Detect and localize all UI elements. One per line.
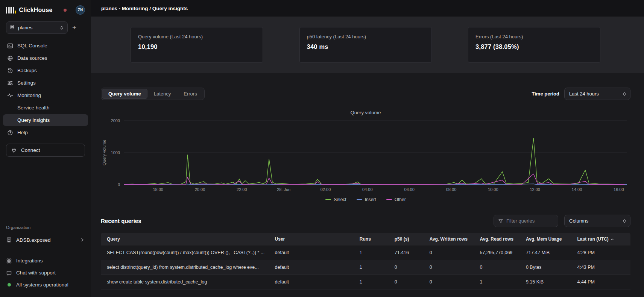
stat-card-p50-latency: p50 latency (Last 24 hours) 340 ms [299, 27, 432, 63]
cell-p50: 0 [390, 275, 425, 289]
page-header: planes - Monitoring / Query insights [91, 0, 644, 17]
x-axis-tick: 06:00 [404, 187, 415, 192]
brand-name: ClickHouse [19, 7, 53, 14]
service-name: planes [18, 25, 56, 30]
brand[interactable]: ClickHouse [6, 7, 61, 14]
clickhouse-logo-icon [6, 7, 16, 14]
stat-label: Query volume (Last 24 hours) [138, 34, 255, 39]
filter-queries-input[interactable] [506, 218, 554, 224]
recent-queries-section: Recent queries Columns [101, 215, 630, 289]
col-header-avg-mem[interactable]: Avg. Mem Usage [521, 233, 573, 245]
sidebar-item-label: Monitoring [17, 92, 41, 98]
plot-area[interactable] [124, 121, 627, 185]
organization-item[interactable]: ADSB.exposed [6, 234, 85, 245]
service-icon [10, 24, 15, 31]
tab-latency[interactable]: Latency [147, 89, 178, 99]
cell-user: default [270, 260, 355, 275]
plug-icon [11, 147, 17, 153]
sidebar-footer: Integrations Chat with support All syste… [0, 253, 91, 297]
sidebar-item-service-health[interactable]: Service health [3, 102, 88, 114]
col-header-user[interactable]: User [270, 233, 355, 245]
sidebar-item-label: Integrations [16, 258, 43, 264]
sidebar-nav: SQL Console Data sources Backups Setting… [0, 40, 91, 138]
sidebar-item-settings[interactable]: Settings [3, 77, 88, 89]
cell-user: default [270, 245, 355, 260]
system-status-item[interactable]: All systems operational [6, 279, 85, 290]
cell-last-run: 4:44 PM [573, 275, 630, 289]
col-header-last-run[interactable]: Last run (UTC) [573, 233, 630, 245]
sort-asc-icon [610, 237, 614, 241]
stat-card-errors: Errors (Last 24 hours) 3,877 (38.05%) [468, 27, 600, 63]
chevron-updown-icon [59, 25, 64, 30]
x-axis-tick: 12:00 [530, 187, 540, 192]
col-header-p50[interactable]: p50 (s) [390, 233, 425, 245]
organization-name: ADSB.exposed [16, 237, 51, 243]
add-service-button[interactable]: + [72, 24, 76, 31]
stat-label: Errors (Last 24 hours) [475, 34, 593, 39]
legend-swatch-icon [357, 199, 362, 200]
x-axis: 18:0020:0022:0028. Jun02:0004:0006:0008:… [124, 185, 627, 194]
filter-queries-box[interactable] [494, 215, 558, 227]
recent-queries-table: Query User Runs p50 (s) Avg. Written row… [101, 233, 630, 289]
main-region: planes - Monitoring / Query insights Que… [91, 0, 644, 297]
cell-query: select distrinct(query_id) from system.d… [101, 260, 270, 275]
cell-p50: 71.416 [390, 245, 425, 260]
col-header-query[interactable]: Query [101, 233, 270, 245]
x-axis-tick: 16:00 [614, 187, 624, 192]
x-axis-tick: 28. Jun [277, 187, 290, 192]
service-selector[interactable]: planes [6, 21, 68, 34]
table-row[interactable]: SELECT CAST(round(pow(count() / max(coun… [101, 245, 630, 260]
time-period-label: Time period [532, 91, 559, 97]
columns-select[interactable]: Columns [564, 215, 630, 227]
legend-item-insert[interactable]: Insert [357, 197, 376, 202]
cell-avg-mem: 0 Bytes [521, 260, 573, 275]
chat-icon [6, 270, 12, 276]
time-period-select[interactable]: Last 24 hours [564, 88, 630, 100]
tab-errors[interactable]: Errors [177, 89, 203, 99]
y-axis-label: Query volume [101, 121, 108, 185]
sidebar-item-sql-console[interactable]: SQL Console [3, 40, 88, 52]
user-avatar[interactable]: ZN [76, 5, 85, 15]
app-root: ClickHouse ZN planes + SQL C [0, 0, 644, 297]
y-axis-tick: 2000 [111, 118, 120, 123]
cell-avg-mem: 9.15 KiB [521, 275, 573, 289]
cell-avg-mem: 717.47 MiB [521, 245, 573, 260]
stat-value: 10,190 [138, 43, 255, 50]
organization-section-label: Organization [6, 225, 85, 230]
sidebar-item-help[interactable]: Help [3, 127, 88, 138]
y-axis-tick: 1000 [111, 150, 120, 155]
cell-avg-read: 1 [475, 275, 521, 289]
sidebar-item-monitoring[interactable]: Monitoring [3, 89, 88, 101]
legend-item-other[interactable]: Other [386, 197, 406, 202]
sidebar-item-label: Service health [17, 105, 50, 111]
history-icon [7, 68, 13, 74]
sidebar: ClickHouse ZN planes + SQL C [0, 0, 91, 297]
connect-button[interactable]: Connect [6, 144, 85, 157]
sidebar-item-label: Backups [17, 68, 37, 73]
sidebar-item-chat-support[interactable]: Chat with support [6, 267, 85, 278]
organization-section: Organization ADSB.exposed [0, 225, 91, 245]
cell-user: default [270, 275, 355, 289]
table-row[interactable]: select distrinct(query_id) from system.d… [101, 260, 630, 275]
sidebar-item-query-insights[interactable]: Query insights [3, 114, 88, 126]
legend-item-select[interactable]: Select [325, 197, 346, 202]
x-axis-tick: 04:00 [362, 187, 373, 192]
content-region: Query volume Latency Errors Time period … [91, 73, 644, 297]
stat-card-query-volume: Query volume (Last 24 hours) 10,190 [131, 27, 263, 63]
chevron-updown-icon [622, 218, 627, 224]
cell-avg-read: 57,295,770,069 [475, 245, 521, 260]
sidebar-item-data-sources[interactable]: Data sources [3, 52, 88, 64]
filter-icon [498, 218, 503, 224]
system-status-label: All systems operational [16, 282, 68, 288]
table-row[interactable]: show create table system.distributed_cac… [101, 275, 630, 289]
sidebar-item-integrations[interactable]: Integrations [6, 255, 85, 266]
x-axis-tick: 10:00 [488, 187, 498, 192]
tabs-row: Query volume Latency Errors Time period … [101, 88, 630, 100]
col-header-avg-read[interactable]: Avg. Read rows [475, 233, 521, 245]
sidebar-item-backups[interactable]: Backups [3, 65, 88, 76]
tab-query-volume[interactable]: Query volume [102, 89, 147, 99]
x-axis-tick: 18:00 [153, 187, 163, 192]
col-header-avg-written[interactable]: Avg. Written rows [425, 233, 475, 245]
col-header-runs[interactable]: Runs [355, 233, 390, 245]
cell-last-run: 4:28 PM [573, 245, 630, 260]
